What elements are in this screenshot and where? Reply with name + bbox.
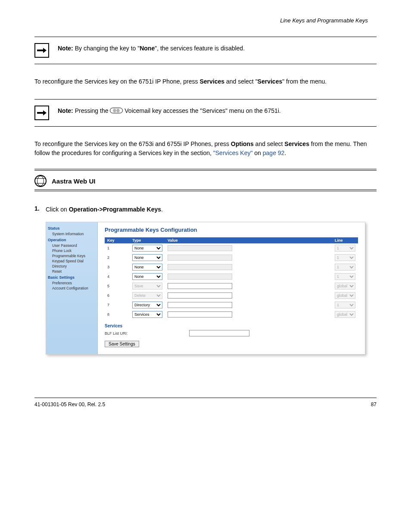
step-1: 1. Click on Operation->Programmable Keys… — [34, 205, 377, 214]
cell-key: 5 — [105, 281, 130, 291]
line-select: 1 — [335, 273, 355, 280]
voicemail-icon: ◎◎ — [110, 108, 123, 113]
col-header-key: Key — [105, 237, 130, 243]
line-select: global — [335, 292, 355, 299]
header-right-text: Line Keys and Programmable Keys — [280, 17, 368, 24]
sidebar-item-user-password[interactable]: User Password — [48, 243, 96, 248]
body-paragraph-1: To reconfigure the Services key on the 6… — [34, 77, 377, 86]
value-input[interactable] — [168, 283, 232, 289]
sidebar-item-system-information[interactable]: System Information — [48, 231, 96, 236]
table-row: 8Servicesglobal — [105, 310, 358, 319]
blf-list-uri-label: BLF List URI: — [105, 331, 189, 336]
sidebar-group-status: Status — [48, 226, 96, 230]
line-select: global — [335, 311, 355, 318]
cell-key: 1 — [105, 243, 130, 253]
type-select: Save — [132, 283, 162, 289]
sidebar-item-reset[interactable]: Reset — [48, 269, 96, 274]
cell-key: 3 — [105, 262, 130, 272]
value-input — [168, 245, 232, 251]
webui-title: Aastra Web UI — [52, 177, 95, 185]
type-select[interactable]: Directory — [132, 302, 162, 308]
panel-content: Programmable Keys Configuration Key Type… — [98, 222, 365, 354]
keys-table: Key Type Value Line 1None12None13None14N… — [105, 237, 358, 319]
col-header-type: Type — [130, 237, 165, 243]
value-input[interactable] — [168, 302, 232, 308]
value-input[interactable] — [168, 311, 232, 317]
type-select[interactable]: None — [132, 273, 162, 280]
col-header-line: Line — [332, 237, 358, 243]
body-paragraph-2: To reconfigure the Services key on the 6… — [34, 140, 377, 158]
panel-title: Programmable Keys Configuration — [105, 227, 358, 233]
type-select[interactable]: None — [132, 245, 162, 252]
cell-key: 2 — [105, 253, 130, 262]
sidebar: Status System Information Operation User… — [46, 222, 98, 354]
type-select[interactable]: None — [132, 254, 162, 261]
sidebar-item-programmable-keys[interactable]: Programmable Keys — [48, 253, 96, 258]
line-select: 1 — [335, 254, 355, 261]
note-block-2: Note: Pressing the ◎◎ Voicemail key acce… — [34, 99, 377, 127]
line-select: 1 — [335, 245, 355, 252]
type-select[interactable]: None — [132, 264, 162, 271]
table-row: 1None1 — [105, 243, 358, 253]
sidebar-item-account-configuration[interactable]: Account Configuration — [48, 286, 96, 291]
line-select: global — [335, 283, 355, 289]
table-row: 3None1 — [105, 262, 358, 272]
footer-right: 87 — [371, 401, 377, 408]
step-number: 1. — [34, 205, 46, 214]
cell-key: 6 — [105, 291, 130, 300]
cell-key: 7 — [105, 300, 130, 310]
save-settings-button[interactable]: Save Settings — [105, 341, 139, 347]
sidebar-item-directory[interactable]: Directory — [48, 264, 96, 269]
line-select: 1 — [335, 302, 355, 308]
note-1-text: Note: By changing the key to "None", the… — [58, 43, 377, 53]
value-input — [168, 274, 232, 280]
arrow-right-icon — [34, 106, 49, 120]
admin-panel: Status System Information Operation User… — [46, 222, 365, 355]
cell-key: 4 — [105, 272, 130, 281]
sidebar-item-phone-lock[interactable]: Phone Lock — [48, 248, 96, 253]
services-section-label: Services — [105, 324, 358, 328]
value-input — [168, 255, 232, 261]
sidebar-item-preferences[interactable]: Preferences — [48, 280, 96, 286]
globe-icon — [34, 175, 47, 187]
table-row: 5Saveglobal — [105, 281, 358, 291]
note-block-1: Note: By changing the key to "None", the… — [34, 37, 377, 64]
value-input[interactable] — [168, 292, 232, 299]
cell-key: 8 — [105, 310, 130, 319]
value-input — [168, 264, 232, 270]
note-2-text: Note: Pressing the ◎◎ Voicemail key acce… — [58, 106, 377, 115]
page-header: Line Keys and Programmable Keys — [34, 17, 377, 24]
type-select: Delete — [132, 292, 162, 299]
sidebar-item-keypad-speed-dial[interactable]: Keypad Speed Dial — [48, 258, 96, 264]
table-row: 2None1 — [105, 253, 358, 262]
table-row: 7Directory1 — [105, 300, 358, 310]
blf-list-uri-input[interactable] — [189, 330, 249, 336]
sidebar-group-operation: Operation — [48, 238, 96, 242]
footer-left: 41-001301-05 Rev 00, Rel. 2.5 — [34, 401, 105, 408]
table-row: 6Deleteglobal — [105, 291, 358, 300]
line-select: 1 — [335, 264, 355, 271]
table-row: 4None1 — [105, 272, 358, 281]
page-footer: 41-001301-05 Rev 00, Rel. 2.5 87 — [34, 398, 377, 408]
type-select[interactable]: Services — [132, 311, 162, 318]
arrow-right-icon — [34, 43, 49, 58]
sidebar-group-basic-settings: Basic Settings — [48, 275, 96, 280]
col-header-value: Value — [165, 237, 332, 243]
